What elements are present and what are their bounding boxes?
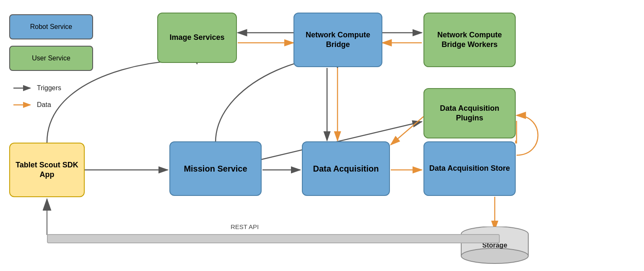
legend-triggers: Triggers (13, 84, 61, 92)
da-plugins-node: Data Acquisition Plugins (423, 88, 516, 138)
user-service-label: User Service (32, 54, 70, 63)
network-compute-bridge-node: Network Compute Bridge (293, 13, 382, 67)
robot-service-label: Robot Service (30, 23, 73, 31)
ncb-label: Network Compute Bridge (299, 30, 377, 50)
legend-user-service: User Service (9, 46, 93, 71)
mission-service-label: Mission Service (184, 163, 247, 174)
da-store-node: Data Acquisition Store (423, 141, 516, 196)
storage-cylinder: Storage (457, 227, 532, 264)
da-plugins-label: Data Acquisition Plugins (428, 104, 511, 123)
da-store-label: Data Acquisition Store (429, 164, 510, 173)
data-acquisition-node: Data Acquisition (302, 141, 390, 196)
da-label: Data Acquisition (313, 163, 379, 174)
triggers-label-text: Triggers (37, 84, 61, 92)
diagram-container: Robot Service User Service Triggers Da (0, 0, 644, 271)
svg-point-26 (461, 248, 528, 263)
legend-robot-service: Robot Service (9, 14, 93, 39)
ncb-workers-label: Network Compute Bridge Workers (428, 30, 511, 50)
ncb-workers-node: Network Compute Bridge Workers (423, 13, 516, 67)
rest-api-bar (47, 234, 500, 243)
tablet-scout-node: Tablet Scout SDK App (9, 143, 85, 197)
rest-api-label: REST API (231, 223, 259, 230)
image-services-label: Image Services (169, 33, 224, 42)
data-label-text: Data (37, 101, 51, 109)
mission-service-node: Mission Service (169, 141, 262, 196)
image-services-node: Image Services (157, 13, 237, 63)
svg-line-12 (391, 117, 423, 145)
tablet-scout-label: Tablet Scout SDK App (14, 160, 80, 180)
legend-data: Data (13, 101, 51, 109)
